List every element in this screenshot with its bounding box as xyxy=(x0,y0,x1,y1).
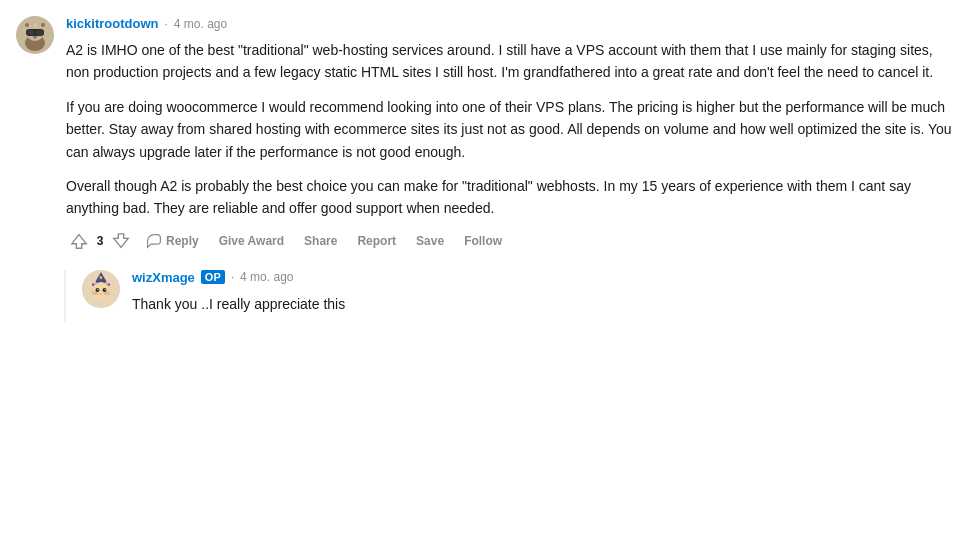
vote-count: 3 xyxy=(96,234,104,248)
comment-text: A2 is IMHO one of the best "traditional"… xyxy=(66,39,959,220)
follow-button[interactable]: Follow xyxy=(456,230,510,252)
svg-point-5 xyxy=(25,23,29,27)
svg-point-21 xyxy=(96,288,100,292)
avatar xyxy=(16,16,54,54)
dot-separator: · xyxy=(164,17,167,31)
svg-point-16 xyxy=(92,282,110,300)
comment-paragraph: Thank you ..I really appreciate this xyxy=(132,293,959,315)
comment-item: wizXmage OP · 4 mo. ago Thank you ..I re… xyxy=(82,270,959,323)
comment-indent: wizXmage OP · 4 mo. ago Thank you ..I re… xyxy=(64,270,959,323)
comment-item: kickitrootdown · 4 mo. ago A2 is IMHO on… xyxy=(16,16,959,254)
comment-timestamp: 4 mo. ago xyxy=(174,17,227,31)
share-button[interactable]: Share xyxy=(296,230,345,252)
upvote-icon xyxy=(70,232,88,250)
comment-paragraph: Overall though A2 is probably the best c… xyxy=(66,175,959,220)
comment-username[interactable]: kickitrootdown xyxy=(66,16,158,31)
comment-username[interactable]: wizXmage xyxy=(132,270,195,285)
comment-body: kickitrootdown · 4 mo. ago A2 is IMHO on… xyxy=(66,16,959,254)
give-award-label: Give Award xyxy=(219,234,284,248)
save-button[interactable]: Save xyxy=(408,230,452,252)
report-button[interactable]: Report xyxy=(349,230,404,252)
comment-timestamp: 4 mo. ago xyxy=(240,270,293,284)
share-label: Share xyxy=(304,234,337,248)
svg-point-24 xyxy=(104,289,105,290)
vote-section: 3 xyxy=(66,228,134,254)
reply-icon xyxy=(146,233,162,249)
svg-point-23 xyxy=(97,289,98,290)
comment-text: Thank you ..I really appreciate this xyxy=(132,293,959,315)
svg-point-10 xyxy=(33,36,37,39)
report-label: Report xyxy=(357,234,396,248)
downvote-icon xyxy=(112,232,130,250)
comment-paragraph: A2 is IMHO one of the best "traditional"… xyxy=(66,39,959,84)
comment-paragraph: If you are doing woocommerce I would rec… xyxy=(66,96,959,163)
comment-actions: 3 Reply Give Award xyxy=(66,228,959,254)
svg-point-22 xyxy=(103,288,107,292)
give-award-button[interactable]: Give Award xyxy=(211,230,292,252)
svg-rect-11 xyxy=(34,23,37,28)
comment-thread: kickitrootdown · 4 mo. ago A2 is IMHO on… xyxy=(0,16,975,323)
op-badge: OP xyxy=(201,270,225,284)
dot-separator: · xyxy=(231,270,234,284)
follow-label: Follow xyxy=(464,234,502,248)
upvote-button[interactable] xyxy=(66,228,92,254)
svg-point-6 xyxy=(41,23,45,27)
svg-rect-8 xyxy=(27,30,34,35)
comment-meta: wizXmage OP · 4 mo. ago xyxy=(132,270,959,285)
avatar xyxy=(82,270,120,308)
svg-rect-9 xyxy=(36,30,43,35)
save-label: Save xyxy=(416,234,444,248)
reply-button[interactable]: Reply xyxy=(138,229,207,253)
reply-label: Reply xyxy=(166,234,199,248)
comment-body: wizXmage OP · 4 mo. ago Thank you ..I re… xyxy=(132,270,959,323)
downvote-button[interactable] xyxy=(108,228,134,254)
comment-meta: kickitrootdown · 4 mo. ago xyxy=(66,16,959,31)
